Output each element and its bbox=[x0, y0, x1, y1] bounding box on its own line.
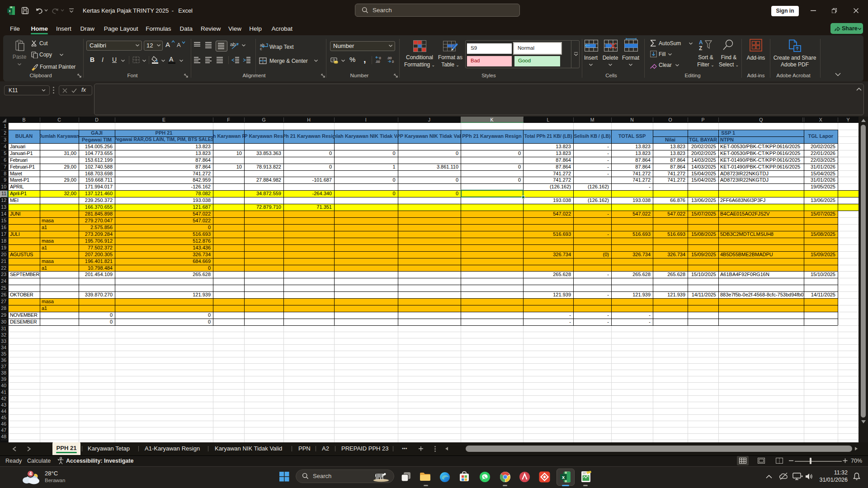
svg-text:Z: Z bbox=[699, 45, 702, 51]
svg-text:x: x bbox=[9, 9, 11, 13]
svg-text:.00: .00 bbox=[375, 60, 380, 64]
svg-text:x: x bbox=[562, 474, 565, 480]
svg-text:c: c bbox=[260, 47, 262, 50]
svg-text:A: A bbox=[699, 39, 703, 46]
